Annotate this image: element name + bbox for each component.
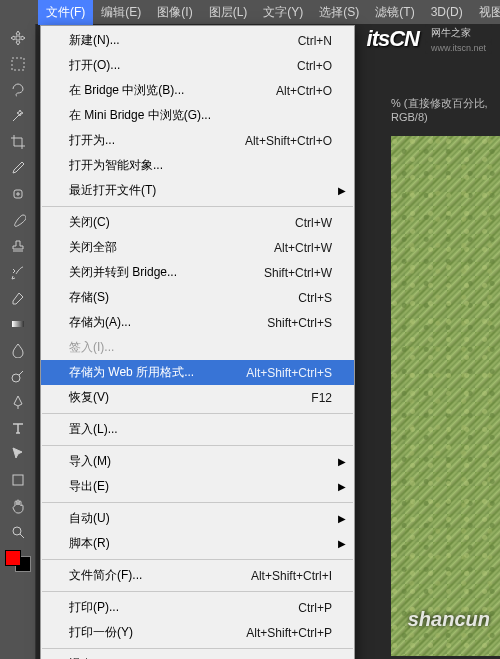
menu-item[interactable]: 打开为...Alt+Shift+Ctrl+O [41, 128, 354, 153]
menu-item[interactable]: 关闭并转到 Bridge...Shift+Ctrl+W [41, 260, 354, 285]
menu-item[interactable]: 打开(O)...Ctrl+O [41, 53, 354, 78]
menu-item-label: 存储为(A)... [69, 314, 131, 331]
dodge-tool[interactable] [6, 364, 30, 388]
menu-item-label: 导入(M) [69, 453, 111, 470]
menu-3[interactable]: 图层(L) [201, 0, 256, 25]
menu-item-shortcut: Shift+Ctrl+W [248, 266, 332, 280]
healing-tool[interactable] [6, 182, 30, 206]
menu-5[interactable]: 选择(S) [311, 0, 367, 25]
color-swatch[interactable] [5, 550, 31, 572]
menu-2[interactable]: 图像(I) [149, 0, 200, 25]
menu-item[interactable]: 导出(E)▶ [41, 474, 354, 499]
menu-separator [42, 206, 353, 207]
menu-item-shortcut: Ctrl+W [279, 216, 332, 230]
menu-8[interactable]: 视图(V) [471, 0, 500, 25]
menu-item[interactable]: 最近打开文件(T)▶ [41, 178, 354, 203]
menu-item-label: 关闭并转到 Bridge... [69, 264, 177, 281]
menu-item[interactable]: 文件简介(F)...Alt+Shift+Ctrl+I [41, 563, 354, 588]
canvas-image[interactable] [391, 136, 500, 656]
menu-item[interactable]: 在 Bridge 中浏览(B)...Alt+Ctrl+O [41, 78, 354, 103]
wand-tool[interactable] [6, 104, 30, 128]
menu-item-shortcut: Alt+Shift+Ctrl+P [230, 626, 332, 640]
site-watermark: itsCN 网牛之家 www.itscn.net [367, 24, 492, 54]
menu-item-label: 文件简介(F)... [69, 567, 142, 584]
menu-item[interactable]: 关闭全部Alt+Ctrl+W [41, 235, 354, 260]
brush-tool[interactable] [6, 208, 30, 232]
menu-7[interactable]: 3D(D) [423, 1, 471, 23]
menu-0[interactable]: 文件(F) [38, 0, 93, 25]
menu-item-label: 恢复(V) [69, 389, 109, 406]
menu-item-label: 在 Bridge 中浏览(B)... [69, 82, 184, 99]
path-tool[interactable] [6, 442, 30, 466]
lasso-tool[interactable] [6, 78, 30, 102]
marquee-tool[interactable] [6, 52, 30, 76]
submenu-arrow-icon: ▶ [338, 513, 346, 524]
submenu-arrow-icon: ▶ [338, 538, 346, 549]
gradient-tool[interactable] [6, 312, 30, 336]
menu-item-label: 自动(U) [69, 510, 110, 527]
canvas-watermark: shancun [408, 608, 490, 631]
menu-item[interactable]: 关闭(C)Ctrl+W [41, 210, 354, 235]
move-tool[interactable] [6, 26, 30, 50]
tools-panel [0, 24, 36, 659]
menu-separator [42, 445, 353, 446]
menu-4[interactable]: 文字(Y) [255, 0, 311, 25]
menu-item[interactable]: 自动(U)▶ [41, 506, 354, 531]
stamp-tool[interactable] [6, 234, 30, 258]
shape-tool[interactable] [6, 468, 30, 492]
menu-item-shortcut: Shift+Ctrl+S [251, 316, 332, 330]
menu-item[interactable]: 恢复(V)F12 [41, 385, 354, 410]
svg-rect-2 [12, 321, 24, 327]
menu-item[interactable]: 脚本(R)▶ [41, 531, 354, 556]
history-brush-tool[interactable] [6, 260, 30, 284]
document-info: % (直接修改百分比, RGB/8) [391, 96, 500, 123]
menu-item-label: 存储(S) [69, 289, 109, 306]
type-tool[interactable] [6, 416, 30, 440]
hand-tool[interactable] [6, 494, 30, 518]
menu-item[interactable]: 打开为智能对象... [41, 153, 354, 178]
zoom-tool[interactable] [6, 520, 30, 544]
menu-separator [42, 413, 353, 414]
menu-1[interactable]: 编辑(E) [93, 0, 149, 25]
menu-6[interactable]: 滤镜(T) [367, 0, 422, 25]
menu-item-shortcut: Alt+Ctrl+W [258, 241, 332, 255]
menu-item[interactable]: 存储(S)Ctrl+S [41, 285, 354, 310]
menu-item[interactable]: 打印一份(Y)Alt+Shift+Ctrl+P [41, 620, 354, 645]
submenu-arrow-icon: ▶ [338, 481, 346, 492]
menu-item[interactable]: 导入(M)▶ [41, 449, 354, 474]
menu-item-shortcut: Alt+Shift+Ctrl+O [229, 134, 332, 148]
menu-item-label: 关闭(C) [69, 214, 110, 231]
menu-item-shortcut: Ctrl+S [282, 291, 332, 305]
menu-item[interactable]: 置入(L)... [41, 417, 354, 442]
svg-rect-4 [13, 475, 23, 485]
menu-item-label: 关闭全部 [69, 239, 117, 256]
menu-item[interactable]: 退出(X)Ctrl+Q [41, 652, 354, 659]
menu-item-label: 打开为... [69, 132, 115, 149]
menu-item-shortcut: Alt+Ctrl+O [260, 84, 332, 98]
menubar: 文件(F)编辑(E)图像(I)图层(L)文字(Y)选择(S)滤镜(T)3D(D)… [0, 0, 500, 24]
menu-item-label: 导出(E) [69, 478, 109, 495]
menu-item-label: 存储为 Web 所用格式... [69, 364, 194, 381]
menu-item[interactable]: 打印(P)...Ctrl+P [41, 595, 354, 620]
watermark-logo: itsCN [367, 26, 419, 52]
foreground-color[interactable] [5, 550, 21, 566]
menu-item-label: 置入(L)... [69, 421, 118, 438]
menu-item[interactable]: 在 Mini Bridge 中浏览(G)... [41, 103, 354, 128]
menu-item[interactable]: 新建(N)...Ctrl+N [41, 28, 354, 53]
menu-item-label: 打开(O)... [69, 57, 120, 74]
menu-item-label: 在 Mini Bridge 中浏览(G)... [69, 107, 211, 124]
menu-item-shortcut: Ctrl+N [282, 34, 332, 48]
menu-item[interactable]: 存储为 Web 所用格式...Alt+Shift+Ctrl+S [41, 360, 354, 385]
svg-point-5 [13, 527, 21, 535]
submenu-arrow-icon: ▶ [338, 456, 346, 467]
menu-item-label: 打印一份(Y) [69, 624, 133, 641]
menu-item-label: 新建(N)... [69, 32, 120, 49]
eraser-tool[interactable] [6, 286, 30, 310]
pen-tool[interactable] [6, 390, 30, 414]
menu-item[interactable]: 存储为(A)...Shift+Ctrl+S [41, 310, 354, 335]
menu-separator [42, 591, 353, 592]
blur-tool[interactable] [6, 338, 30, 362]
menu-item-shortcut: Alt+Shift+Ctrl+S [230, 366, 332, 380]
eyedropper-tool[interactable] [6, 156, 30, 180]
crop-tool[interactable] [6, 130, 30, 154]
